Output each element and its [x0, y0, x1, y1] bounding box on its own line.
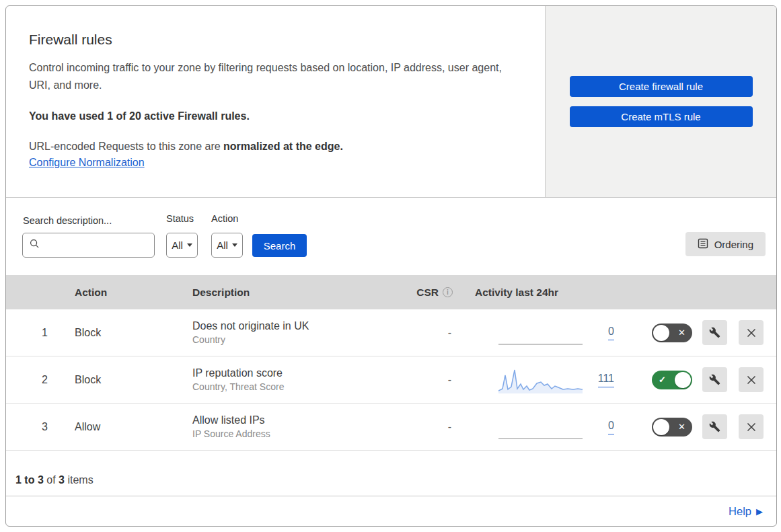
activity-count-link[interactable]: 0 — [608, 420, 614, 434]
rule-description-cell: Does not originate in UK Country — [189, 320, 411, 345]
create-mtls-rule-button[interactable]: Create mTLS rule — [570, 106, 753, 127]
pagination-text: 1 to 3 of 3 items — [15, 474, 94, 486]
toggle-knob — [653, 325, 669, 341]
activity-sparkline — [498, 414, 583, 441]
x-icon: ✕ — [678, 324, 685, 342]
action-label: Action — [211, 213, 238, 224]
search-icon — [30, 239, 40, 252]
rule-action: Block — [60, 374, 189, 386]
status-dropdown-value: All — [172, 239, 183, 251]
rule-description-cell: IP reputation score Country, Threat Scor… — [189, 367, 411, 392]
header-section: Firewall rules Control incoming traffic … — [6, 6, 776, 198]
ordering-button-label: Ordering — [714, 239, 753, 250]
description-column-header: Description — [189, 287, 411, 299]
delete-rule-button[interactable] — [739, 320, 764, 345]
delete-rule-button[interactable] — [739, 367, 764, 392]
toggle-knob — [653, 419, 669, 435]
csr-value: - — [448, 327, 458, 339]
table-row: 1 Block Does not originate in UK Country… — [6, 309, 776, 356]
info-icon[interactable]: i — [443, 287, 453, 297]
edit-rule-button[interactable] — [702, 320, 727, 345]
search-input-wrapper — [22, 233, 155, 258]
csr-value: - — [448, 374, 458, 386]
caret-right-icon: ▶ — [756, 506, 763, 517]
activity-sparkline — [498, 319, 583, 346]
page-title: Firewall rules — [29, 32, 525, 48]
normalization-text: URL-encoded Requests to this zone are no… — [29, 141, 525, 153]
table-header: Action Description CSR i Activity last 2… — [6, 275, 776, 309]
search-description-label: Search description... — [23, 215, 112, 226]
activity-cell: 111 — [458, 367, 618, 393]
help-bar: Help ▶ — [6, 496, 776, 526]
table-row: 2 Block IP reputation score Country, Thr… — [6, 356, 776, 404]
x-icon: ✕ — [678, 418, 685, 436]
page-description: Control incoming traffic to your zone by… — [29, 59, 525, 94]
actions-panel: Create firewall rule Create mTLS rule — [545, 6, 776, 197]
search-button[interactable]: Search — [252, 234, 307, 257]
status-dropdown[interactable]: All — [166, 233, 198, 258]
help-link[interactable]: Help ▶ — [729, 505, 763, 518]
check-icon: ✓ — [659, 371, 666, 389]
activity-count-link[interactable]: 111 — [598, 373, 614, 387]
rule-description-cell: Allow listed IPs IP Source Address — [189, 414, 411, 439]
edit-rule-button[interactable] — [702, 414, 727, 439]
close-icon — [746, 422, 757, 432]
rule-priority: 1 — [6, 327, 60, 339]
rule-priority: 2 — [6, 374, 60, 386]
edit-rule-button[interactable] — [702, 367, 727, 392]
status-label: Status — [166, 213, 194, 224]
create-firewall-rule-button[interactable]: Create firewall rule — [570, 76, 753, 97]
wrench-icon — [709, 327, 720, 338]
rule-description: Does not originate in UK — [192, 320, 411, 332]
action-dropdown-value: All — [217, 239, 228, 251]
ordering-list-icon — [698, 238, 708, 251]
help-link-label: Help — [729, 505, 751, 518]
rule-criteria: IP Source Address — [192, 428, 411, 439]
rule-criteria: Country — [192, 334, 411, 345]
table-row: 3 Allow Allow listed IPs IP Source Addre… — [6, 404, 776, 451]
activity-column-header: Activity last 24hr — [458, 287, 618, 299]
toggle-knob — [675, 372, 691, 388]
close-icon — [746, 328, 757, 338]
chevron-down-icon — [232, 243, 237, 247]
rule-description: IP reputation score — [192, 367, 411, 379]
wrench-icon — [709, 374, 720, 385]
rule-description: Allow listed IPs — [192, 414, 411, 426]
ordering-button[interactable]: Ordering — [685, 232, 766, 256]
csr-value: - — [448, 421, 458, 433]
rule-priority: 3 — [6, 421, 60, 433]
status-toggle[interactable]: ✓ ✕ — [652, 324, 692, 342]
rule-criteria: Country, Threat Score — [192, 381, 411, 392]
rule-action: Allow — [60, 421, 189, 433]
configure-normalization-link[interactable]: Configure Normalization — [29, 157, 145, 168]
filter-bar: Search description... Status Action All … — [6, 198, 776, 275]
wrench-icon — [709, 421, 720, 432]
activity-cell: 0 — [458, 414, 618, 441]
action-dropdown[interactable]: All — [211, 233, 243, 258]
activity-sparkline — [498, 367, 583, 393]
activity-count-link[interactable]: 0 — [608, 326, 614, 340]
header-text-area: Firewall rules Control incoming traffic … — [6, 6, 545, 197]
delete-rule-button[interactable] — [739, 414, 764, 439]
activity-cell: 0 — [458, 319, 618, 346]
close-icon — [746, 375, 757, 385]
action-column-header: Action — [60, 287, 189, 299]
status-toggle[interactable]: ✓ ✕ — [652, 371, 692, 389]
pagination-bar: 1 to 3 of 3 items — [6, 451, 776, 496]
rule-action: Block — [60, 327, 189, 339]
status-toggle[interactable]: ✓ ✕ — [652, 418, 692, 436]
usage-text: You have used 1 of 20 active Firewall ru… — [29, 110, 525, 122]
firewall-rules-card: Firewall rules Control incoming traffic … — [5, 5, 777, 527]
chevron-down-icon — [187, 243, 192, 247]
csr-column-header: CSR i — [416, 287, 458, 299]
search-input[interactable] — [45, 239, 154, 251]
